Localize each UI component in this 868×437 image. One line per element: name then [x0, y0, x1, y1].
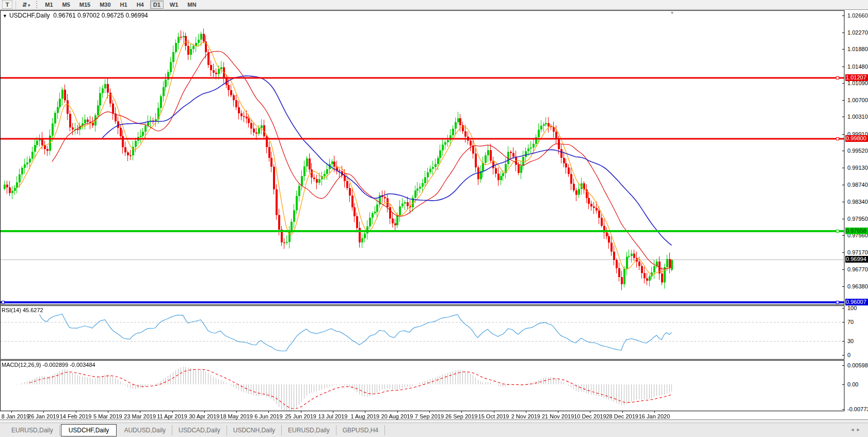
- collapse-triangle-icon: ▼: [3, 13, 7, 19]
- date-tick-label: 26 Sep 2019: [445, 413, 477, 419]
- timeframe-button-m15[interactable]: M15: [76, 1, 93, 9]
- date-tick-label: 6 Jun 2019: [254, 413, 282, 419]
- price-tick-label: 1.01480: [847, 63, 868, 70]
- main-toolbar: T ⇵▾ M1M5M15M30H1H4D1W1MN: [0, 0, 868, 10]
- price-tick-label: 1.00310: [847, 114, 868, 120]
- price-tick-label: 0.98340: [847, 199, 868, 205]
- tab-gbpusd-h4[interactable]: GBPUSD,H4: [336, 425, 385, 435]
- toolbar-separator: [15, 1, 16, 9]
- price-tick-label: 0.98740: [847, 182, 868, 188]
- timeframe-button-m1[interactable]: M1: [42, 1, 56, 9]
- toolbar-grip: [36, 1, 39, 8]
- date-tick-label: 14 Feb 2019: [60, 413, 92, 419]
- price-tick-label: 0.96770: [847, 266, 868, 272]
- price-tick-label: 0.99520: [847, 148, 868, 154]
- date-tick-label: 26 Jan 2019: [28, 413, 59, 419]
- price-tick-label: 0.97170: [847, 249, 868, 255]
- date-tick-label: 30 Apr 2019: [189, 413, 219, 419]
- mt4-window: T ⇵▾ M1M5M15M30H1H4D1W1MN ▼USDCHF,Daily …: [0, 0, 868, 437]
- timeframe-button-m5[interactable]: M5: [59, 1, 73, 9]
- date-tick-label: 2 Nov 2019: [511, 413, 540, 419]
- price-chart-canvas[interactable]: [0, 10, 845, 419]
- macd-scale-label: 0.005986: [847, 362, 868, 368]
- price-tick-label: 0.96380: [847, 283, 868, 289]
- date-tick-label: 20 Aug 2019: [381, 413, 413, 419]
- rsi-scale-label: 30: [847, 338, 854, 344]
- date-tick-label: 11 Apr 2019: [157, 413, 187, 419]
- date-tick-label: 5 Mar 2019: [93, 413, 122, 419]
- macd-scale-label: 0.00: [847, 381, 858, 387]
- timeframe-button-group: M1M5M15M30H1H4D1W1MN: [42, 1, 199, 9]
- tab-scroll-left-icon[interactable]: ◂: [851, 426, 857, 432]
- price-level-badge: 0.99800: [845, 135, 868, 142]
- rsi-scale-label: 0: [847, 352, 850, 358]
- macd-scale-label: -0.007737: [847, 406, 868, 412]
- macd-indicator-label: MACD(12,26,9) -0.002899 -0.003484: [2, 362, 95, 368]
- date-tick-label: 18 May 2019: [220, 413, 253, 419]
- tab-eurusd-daily[interactable]: EURUSD,Daily: [282, 425, 336, 435]
- tab-usdcnh-daily[interactable]: USDCNH,Daily: [227, 425, 282, 435]
- timeframe-button-w1[interactable]: W1: [167, 1, 182, 9]
- arrow-style-button[interactable]: ⇵▾: [19, 1, 33, 9]
- tab-scroll-arrows[interactable]: ◂▸: [851, 426, 863, 433]
- timeframe-button-h1[interactable]: H1: [117, 1, 131, 9]
- price-tick-label: 1.01880: [847, 46, 868, 52]
- rsi-scale-label: 70: [847, 319, 854, 325]
- rsi-indicator-label: RSI(14) 45.6272: [2, 307, 43, 313]
- chart-area: ▼USDCHF,Daily 0.96761 0.97002 0.96725 0.…: [0, 10, 868, 420]
- date-tick-label: 8 Jan 2019: [2, 413, 29, 419]
- timeframe-button-mn[interactable]: MN: [184, 1, 199, 9]
- date-tick-label: 16 Jan 2020: [639, 413, 670, 419]
- price-tick-label: 0.99130: [847, 165, 868, 171]
- date-tick-label: 1 Aug 2019: [350, 413, 379, 419]
- date-tick-label: 13 Jul 2019: [318, 413, 348, 419]
- dropdown-caret-icon: ▾: [28, 3, 30, 8]
- chart-tabs: EURUSD,DailyUSDCHF,DailyAUDUSD,DailyUSDC…: [5, 424, 385, 436]
- price-level-badge: 0.97658: [845, 228, 868, 234]
- tab-audusd-daily[interactable]: AUDUSD,Daily: [118, 425, 172, 435]
- price-tick-label: 1.02270: [847, 29, 868, 36]
- tab-usdchf-daily[interactable]: USDCHF,Daily: [61, 424, 117, 436]
- chart-title: ▼USDCHF,Daily 0.96761 0.97002 0.96725 0.…: [3, 12, 148, 19]
- price-level-badge: 0.96994: [845, 256, 868, 263]
- chart-tab-bar: EURUSD,DailyUSDCHF,DailyAUDUSD,DailyUSDC…: [0, 423, 868, 437]
- price-tick-label: 1.02660: [847, 12, 868, 19]
- price-tick-label: 1.00700: [847, 97, 868, 103]
- timeframe-button-h4[interactable]: H4: [134, 1, 147, 9]
- timeframe-button-m30[interactable]: M30: [97, 1, 114, 9]
- tab-scroll-right-icon[interactable]: ▸: [857, 426, 863, 432]
- timeframe-button-d1[interactable]: D1: [150, 1, 164, 9]
- date-tick-label: 15 Oct 2019: [478, 413, 509, 419]
- text-tool-button[interactable]: T: [2, 1, 12, 9]
- date-tick-label: 25 Jun 2019: [285, 413, 316, 419]
- date-tick-label: 7 Sep 2019: [415, 413, 444, 419]
- tab-eurusd-daily[interactable]: EURUSD,Daily: [5, 425, 60, 435]
- date-tick-label: 21 Nov 2019: [542, 413, 574, 419]
- chart-title-ohlc: 0.96761 0.97002 0.96725 0.96994: [53, 12, 148, 19]
- arrow-style-icon: ⇵: [22, 2, 27, 8]
- date-tick-label: 23 Mar 2019: [124, 413, 156, 419]
- date-tick-label: 28 Dec 2019: [606, 413, 638, 419]
- rsi-scale-label: 100: [847, 305, 857, 311]
- tab-usdcad-daily[interactable]: USDCAD,Daily: [172, 425, 227, 435]
- price-level-badge: 1.01207: [845, 74, 868, 81]
- date-tick-label: 10 Dec 2019: [574, 413, 606, 419]
- chart-title-symbol: USDCHF,Daily: [9, 12, 50, 19]
- price-tick-label: 0.97950: [847, 216, 868, 222]
- chart-scroll-position-marker[interactable]: ▾: [671, 10, 673, 15]
